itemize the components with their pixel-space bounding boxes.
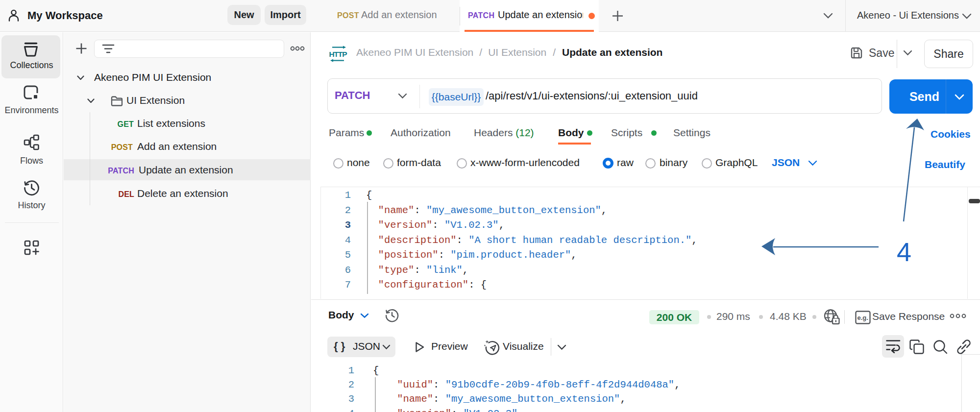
svg-text:4: 4 [897,237,911,267]
